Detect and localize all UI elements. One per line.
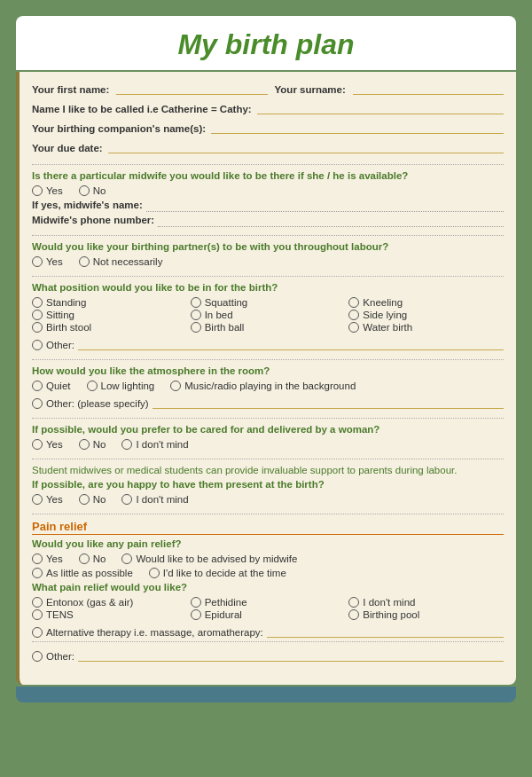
q3-sitting-radio[interactable] bbox=[32, 310, 43, 320]
nickname-row: Name I like to be called i.e Catherine =… bbox=[32, 100, 504, 114]
q8-other-radio[interactable] bbox=[32, 651, 43, 662]
q2-options: Yes Not necessarily bbox=[32, 256, 504, 267]
q7-container: Would you like any pain relief? Yes No W… bbox=[32, 538, 504, 578]
q4-quiet[interactable]: Quiet bbox=[32, 381, 71, 391]
q7-yes-radio[interactable] bbox=[32, 553, 43, 564]
surname-line[interactable] bbox=[353, 81, 504, 95]
q6-dont-mind[interactable]: I don't mind bbox=[121, 494, 188, 505]
q3-standing-label: Standing bbox=[46, 297, 86, 308]
q8-other[interactable]: Other: bbox=[32, 651, 74, 662]
q3-birth-stool[interactable]: Birth stool bbox=[32, 322, 187, 333]
q8-alt-therapy[interactable]: Alternative therapy i.e. massage, aromat… bbox=[32, 627, 263, 638]
q4-music-radio[interactable] bbox=[170, 381, 181, 391]
q8-entonox-radio[interactable] bbox=[32, 597, 43, 608]
q3-squatting[interactable]: Squatting bbox=[191, 297, 346, 308]
q3-other-line[interactable] bbox=[78, 336, 504, 350]
q3-in-bed[interactable]: In bed bbox=[191, 310, 346, 320]
q8-birthing-pool[interactable]: Birthing pool bbox=[348, 609, 504, 620]
nickname-line[interactable] bbox=[257, 100, 504, 114]
q6-no-radio[interactable] bbox=[79, 494, 90, 505]
q7-decide-at-time[interactable]: I'd like to decide at the time bbox=[149, 568, 286, 578]
q4-low-lighting-radio[interactable] bbox=[87, 381, 98, 391]
q7-as-little-radio[interactable] bbox=[32, 568, 43, 578]
q8-birthing-pool-radio[interactable] bbox=[348, 609, 359, 620]
q1-yes-radio[interactable] bbox=[32, 185, 43, 196]
q8-other-line[interactable] bbox=[78, 648, 504, 662]
q7-advised-radio[interactable] bbox=[121, 553, 132, 564]
q4-options-row1: Quiet Low lighting Music/radio playing i… bbox=[32, 381, 504, 391]
q3-kneeling[interactable]: Kneeling bbox=[348, 297, 504, 308]
q6-yes[interactable]: Yes bbox=[32, 494, 63, 505]
q2-yes[interactable]: Yes bbox=[32, 256, 63, 267]
q4-other-radio[interactable] bbox=[32, 398, 43, 409]
q3-standing-radio[interactable] bbox=[32, 297, 43, 308]
q3-water-birth[interactable]: Water birth bbox=[348, 322, 504, 333]
q5-no[interactable]: No bbox=[79, 439, 106, 450]
midwife-name-line[interactable] bbox=[146, 200, 504, 212]
q4-music[interactable]: Music/radio playing in the background bbox=[170, 381, 356, 391]
q8-text: What pain relief would you like? bbox=[32, 582, 504, 593]
q6-no[interactable]: No bbox=[79, 494, 106, 505]
q8-alt-therapy-radio[interactable] bbox=[32, 627, 43, 638]
q6-dont-mind-label: I don't mind bbox=[136, 494, 188, 505]
q8-entonox[interactable]: Entonox (gas & air) bbox=[32, 597, 187, 608]
q7-no[interactable]: No bbox=[79, 553, 106, 564]
q4-quiet-radio[interactable] bbox=[32, 381, 43, 391]
q3-in-bed-radio[interactable] bbox=[191, 310, 201, 320]
q3-standing[interactable]: Standing bbox=[32, 297, 187, 308]
q8-dont-mind[interactable]: I don't mind bbox=[348, 597, 504, 608]
q7-no-radio[interactable] bbox=[79, 553, 90, 564]
q3-sitting-label: Sitting bbox=[46, 310, 74, 320]
midwife-phone-line[interactable] bbox=[158, 215, 504, 227]
q6-dont-mind-radio[interactable] bbox=[121, 494, 132, 505]
q8-birthing-pool-label: Birthing pool bbox=[363, 609, 419, 620]
q8-pethidine[interactable]: Pethidine bbox=[191, 597, 346, 608]
q1-no-radio[interactable] bbox=[79, 185, 90, 196]
q7-as-little[interactable]: As little as possible bbox=[32, 568, 133, 578]
q3-water-birth-radio[interactable] bbox=[348, 322, 359, 333]
q3-birth-ball[interactable]: Birth ball bbox=[191, 322, 346, 333]
q5-no-radio[interactable] bbox=[79, 439, 90, 450]
q8-epidural[interactable]: Epidural bbox=[191, 609, 346, 620]
companion-line[interactable] bbox=[211, 120, 504, 134]
q5-dont-mind-radio[interactable] bbox=[121, 439, 132, 450]
q7-yes[interactable]: Yes bbox=[32, 553, 63, 564]
q8-container: What pain relief would you like? Entonox… bbox=[32, 582, 504, 662]
q4-text: How would you like the atmosphere in the… bbox=[32, 365, 504, 376]
q3-side-lying[interactable]: Side lying bbox=[348, 310, 504, 320]
q5-yes[interactable]: Yes bbox=[32, 439, 63, 450]
q4-low-lighting[interactable]: Low lighting bbox=[87, 381, 155, 391]
q2-yes-radio[interactable] bbox=[32, 256, 43, 267]
q3-side-lying-radio[interactable] bbox=[348, 310, 359, 320]
q1-yes[interactable]: Yes bbox=[32, 185, 63, 196]
q6-yes-radio[interactable] bbox=[32, 494, 43, 505]
midwife-phone-row: Midwife's phone number: bbox=[32, 215, 504, 227]
first-name-line[interactable] bbox=[116, 81, 267, 95]
q2-not-necessarily[interactable]: Not necessarily bbox=[79, 256, 163, 267]
q8-alt-therapy-line[interactable] bbox=[267, 624, 504, 638]
q3-birth-ball-radio[interactable] bbox=[191, 322, 201, 333]
q7-options-row1: Yes No Would like to be advised by midwi… bbox=[32, 553, 504, 564]
q2-not-necessarily-radio[interactable] bbox=[79, 256, 90, 267]
q8-pethidine-radio[interactable] bbox=[191, 597, 201, 608]
q3-other-radio[interactable] bbox=[32, 340, 43, 350]
midwife-phone-label: Midwife's phone number: bbox=[32, 215, 154, 225]
q8-tens[interactable]: TENS bbox=[32, 609, 187, 620]
q7-advised[interactable]: Would like to be advised by midwife bbox=[121, 553, 297, 564]
q8-dont-mind-radio[interactable] bbox=[348, 597, 359, 608]
title-area: My birth plan bbox=[16, 16, 516, 70]
q3-squatting-radio[interactable] bbox=[191, 297, 201, 308]
q3-other[interactable]: Other: bbox=[32, 340, 74, 350]
q7-decide-at-time-radio[interactable] bbox=[149, 568, 160, 578]
due-date-line[interactable] bbox=[108, 139, 504, 153]
q3-birth-stool-radio[interactable] bbox=[32, 322, 43, 333]
q4-other[interactable]: Other: (please specify) bbox=[32, 398, 149, 409]
q1-no[interactable]: No bbox=[79, 185, 106, 196]
q8-epidural-radio[interactable] bbox=[191, 609, 201, 620]
q3-sitting[interactable]: Sitting bbox=[32, 310, 187, 320]
q5-yes-radio[interactable] bbox=[32, 439, 43, 450]
q8-tens-radio[interactable] bbox=[32, 609, 43, 620]
q3-kneeling-radio[interactable] bbox=[348, 297, 359, 308]
q4-other-line[interactable] bbox=[153, 395, 504, 409]
q5-dont-mind[interactable]: I don't mind bbox=[121, 439, 188, 450]
